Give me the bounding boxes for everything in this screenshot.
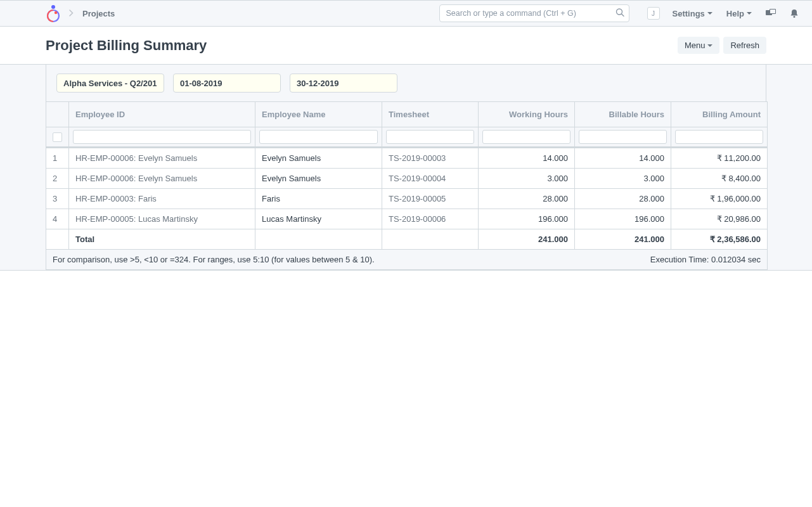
cell-working-hours: 196.000: [479, 209, 575, 229]
settings-label: Settings: [673, 9, 705, 18]
refresh-button-label: Refresh: [730, 41, 759, 50]
total-working-hours: 241.000: [479, 229, 575, 250]
report-table: Employee ID Employee Name Timesheet Work…: [46, 101, 768, 270]
cell-employee-id: HR-EMP-00003: Faris: [69, 189, 255, 209]
cell-billable-hours: 14.000: [575, 148, 671, 169]
refresh-button[interactable]: Refresh: [723, 37, 766, 54]
filter-employee-name[interactable]: [259, 130, 378, 144]
row-index: 2: [46, 169, 69, 189]
filter-timesheet[interactable]: [386, 130, 474, 144]
global-search: [439, 4, 629, 22]
help-label: Help: [726, 9, 744, 18]
page-header: Project Billing Summary Menu Refresh: [0, 27, 812, 65]
table-row[interactable]: 4 HR-EMP-00005: Lucas Martinsky Lucas Ma…: [46, 209, 768, 229]
col-header-timesheet[interactable]: Timesheet: [382, 102, 479, 127]
total-billable-hours: 241.000: [575, 229, 671, 250]
cell-timesheet: TS-2019-00006: [382, 209, 479, 229]
total-billing-amount: ₹ 2,36,586.00: [671, 229, 768, 250]
caret-down-icon: [747, 12, 752, 15]
cell-billing-amount: ₹ 8,400.00: [671, 169, 768, 189]
chevron-right-icon: [67, 8, 76, 18]
cell-timesheet: TS-2019-00005: [382, 189, 479, 209]
cell-billable-hours: 3.000: [575, 169, 671, 189]
app-logo[interactable]: [46, 4, 60, 23]
total-label: Total: [69, 229, 255, 250]
col-header-billing-amount[interactable]: Billing Amount: [671, 102, 768, 127]
filter-billing-amount[interactable]: [675, 130, 763, 144]
table-row[interactable]: 2 HR-EMP-00006: Evelyn Samuels Evelyn Sa…: [46, 169, 768, 189]
cell-timesheet: TS-2019-00004: [382, 169, 479, 189]
svg-point-9: [794, 16, 796, 18]
cell-employee-name: Faris: [255, 189, 382, 209]
filter-hint: For comparison, use >5, <10 or =324. For…: [53, 255, 375, 264]
menu-button-label: Menu: [685, 41, 706, 50]
select-all-checkbox[interactable]: [53, 132, 62, 142]
row-index: 4: [46, 209, 69, 229]
table-footer: For comparison, use >5, <10 or =324. For…: [46, 250, 768, 270]
cell-billing-amount: ₹ 11,200.00: [671, 148, 768, 169]
row-index: 1: [46, 148, 69, 169]
column-filter-row: [46, 127, 768, 148]
filter-project[interactable]: [56, 74, 164, 93]
caret-down-icon: [707, 12, 712, 15]
navbar: Projects J Settings Help: [0, 0, 812, 27]
filter-from-date[interactable]: [173, 74, 281, 93]
col-header-billable-hours[interactable]: Billable Hours: [575, 102, 671, 127]
cell-working-hours: 3.000: [479, 169, 575, 189]
menu-button[interactable]: Menu: [678, 37, 720, 54]
help-menu[interactable]: Help: [723, 9, 756, 18]
breadcrumb-projects[interactable]: Projects: [82, 9, 115, 18]
cell-working-hours: 28.000: [479, 189, 575, 209]
table-row[interactable]: 3 HR-EMP-00003: Faris Faris TS-2019-0000…: [46, 189, 768, 209]
cell-working-hours: 14.000: [479, 148, 575, 169]
cell-billable-hours: 28.000: [575, 189, 671, 209]
search-input[interactable]: [439, 4, 629, 22]
table-total-row: Total 241.000 241.000 ₹ 2,36,586.00: [46, 229, 768, 250]
svg-point-0: [51, 5, 55, 9]
bell-icon[interactable]: [786, 9, 802, 18]
col-header-index: [46, 102, 69, 127]
filter-billable-hours[interactable]: [579, 130, 667, 144]
svg-point-3: [55, 11, 57, 13]
col-header-employee-name[interactable]: Employee Name: [255, 102, 382, 127]
report-filters: [46, 65, 766, 101]
chat-icon[interactable]: [762, 9, 780, 18]
cell-billing-amount: ₹ 20,986.00: [671, 209, 768, 229]
caret-down-icon: [707, 44, 712, 47]
execution-time: Execution Time: 0.012034 sec: [650, 255, 761, 264]
cell-employee-id: HR-EMP-00005: Lucas Martinsky: [69, 209, 255, 229]
cell-employee-id: HR-EMP-00006: Evelyn Samuels: [69, 169, 255, 189]
cell-employee-name: Evelyn Samuels: [255, 148, 382, 169]
svg-rect-8: [770, 10, 775, 13]
user-avatar[interactable]: J: [647, 7, 660, 20]
cell-timesheet: TS-2019-00003: [382, 148, 479, 169]
cell-employee-name: Evelyn Samuels: [255, 169, 382, 189]
filter-to-date[interactable]: [290, 74, 397, 93]
col-header-working-hours[interactable]: Working Hours: [479, 102, 575, 127]
table-row[interactable]: 1 HR-EMP-00006: Evelyn Samuels Evelyn Sa…: [46, 148, 768, 169]
filter-employee-id[interactable]: [73, 130, 251, 144]
cell-employee-id: HR-EMP-00006: Evelyn Samuels: [69, 148, 255, 169]
settings-menu[interactable]: Settings: [669, 9, 716, 18]
filter-working-hours[interactable]: [482, 130, 570, 144]
row-index: 3: [46, 189, 69, 209]
page-title: Project Billing Summary: [46, 37, 207, 54]
cell-employee-name: Lucas Martinsky: [255, 209, 382, 229]
cell-billable-hours: 196.000: [575, 209, 671, 229]
table-header-row: Employee ID Employee Name Timesheet Work…: [46, 102, 768, 127]
cell-billing-amount: ₹ 1,96,000.00: [671, 189, 768, 209]
col-header-employee-id[interactable]: Employee ID: [69, 102, 255, 127]
